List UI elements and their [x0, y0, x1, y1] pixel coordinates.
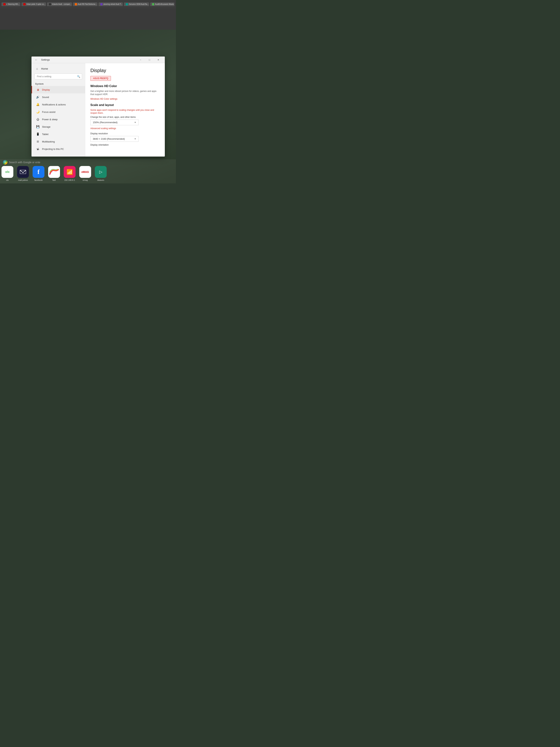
sidebar-home[interactable]: ⌂ Home — [31, 66, 85, 72]
browser-tab-tab-6[interactable]: Genuine OEM Audi fla... — [124, 2, 149, 6]
taskbar-app-fast[interactable]: fast — [48, 166, 60, 181]
tab-favicon — [3, 3, 5, 5]
browser-tab-tab-4[interactable]: Audi R8 Flat Bottome... — [73, 2, 98, 6]
app-label-emag: emag — [83, 179, 88, 181]
power-icon: ⏻ — [36, 117, 40, 121]
project-icon: 📽 — [36, 147, 40, 151]
scale-dropdown[interactable]: 150% (Recommended) ▼ — [90, 120, 138, 125]
sidebar-item-storage[interactable]: 💾Storage — [31, 123, 85, 130]
sidebar-item-notifications[interactable]: 🔔Notifications & actions — [31, 101, 85, 108]
hdr-settings-link[interactable]: Windows HD Color settings — [90, 98, 117, 100]
settings-body: ⌂ Home 🔍 System 🖥Display🔊Sound🔔Notificat… — [31, 63, 165, 157]
tab-label: steering wheel Audi T... — [103, 3, 123, 5]
taskbar-app-emag[interactable]: eMAGemag — [79, 166, 91, 181]
browser-tab-tab-2[interactable]: Volan piele 3 spite co... — [22, 2, 46, 6]
tab-favicon — [75, 3, 77, 5]
minimize-button[interactable]: − — [136, 57, 145, 62]
taskbar-search-text: Search with Google or ente — [9, 161, 41, 164]
app-icon-192-168: 📶 — [64, 166, 76, 178]
tab-label: AudiEnthusiasts Maste — [155, 3, 174, 5]
sidebar-item-multitasking[interactable]: ⊞Multitasking — [31, 138, 85, 145]
app-icon-dwaves: ▷ — [95, 166, 107, 178]
taskbar-app-192-168[interactable]: 📶192.168.8.1 — [64, 166, 76, 181]
app-icon-mail-yahoo — [17, 166, 29, 178]
browser-tab-tab-1[interactable]: c Steering Wh... — [1, 2, 20, 6]
sidebar-item-label-tablet: Tablet — [42, 133, 49, 136]
taskbar: G Search with Google or ente olxolxmail.… — [0, 159, 176, 183]
sidebar-item-label-projecting: Projecting to this PC — [42, 148, 64, 150]
taskbar-app-dwaves[interactable]: ▷dwaves — [95, 166, 107, 181]
tab-label: Audi R8 Flat Bottome... — [78, 3, 97, 5]
resolution-dropdown[interactable]: 3840 × 2160 (Recommended) ▼ — [90, 136, 138, 142]
browser-tab-tab-7[interactable]: AudiEnthusiasts Maste — [150, 2, 175, 6]
close-button[interactable]: ✕ — [154, 57, 163, 62]
tab-label: Volants Audi - compat... — [52, 3, 71, 5]
app-icon-emag: eMAG — [79, 166, 91, 178]
back-button[interactable]: ← — [34, 58, 39, 62]
taskbar-app-olx[interactable]: olxolx — [1, 166, 14, 181]
app-label-facebook: facebook — [34, 179, 43, 181]
browser-tab-bar: c Steering Wh...Volan piele 3 spite co..… — [0, 0, 176, 8]
sidebar-item-label-sound: Sound — [42, 96, 49, 99]
home-label: Home — [41, 67, 48, 70]
tablet-icon: 📱 — [36, 132, 40, 136]
sidebar-items: 🖥Display🔊Sound🔔Notifications & actions🌙F… — [31, 86, 85, 153]
app-label-fast: fast — [52, 179, 56, 181]
sidebar-item-label-focus: Focus assist — [42, 111, 55, 113]
desktop: ← Settings − □ ✕ ⌂ Home 🔍 — [0, 30, 176, 183]
scale-section-heading: Scale and layout — [90, 103, 160, 107]
tab-label: Genuine OEM Audi fla... — [129, 3, 149, 5]
google-logo: G — [3, 160, 7, 164]
sidebar-item-sound[interactable]: 🔊Sound — [31, 93, 85, 101]
tab-favicon — [126, 3, 128, 5]
hdr-description: Get a brighter and more vibrant picture … — [90, 90, 160, 96]
maximize-button[interactable]: □ — [145, 57, 154, 62]
app-label-192-168: 192.168.8.1 — [64, 179, 75, 181]
tab-label: Volan piele 3 spite co... — [26, 3, 45, 5]
tab-label: c Steering Wh... — [6, 3, 20, 5]
browser-tab-tab-3[interactable]: Volants Audi - compat... — [47, 2, 72, 6]
monitor-badge[interactable]: ASUS PB287Q — [90, 76, 111, 81]
resolution-label: Display resolution — [90, 132, 160, 135]
settings-window: ← Settings − □ ✕ ⌂ Home 🔍 — [31, 56, 165, 157]
taskbar-app-facebook[interactable]: ffacebook — [33, 166, 45, 181]
hdr-section-heading: Windows HD Color — [90, 84, 160, 88]
search-input[interactable] — [34, 74, 82, 79]
scale-dropdown-arrow: ▼ — [134, 121, 136, 123]
sidebar-item-focus[interactable]: 🌙Focus assist — [31, 108, 85, 115]
scale-warning: Some apps won't respond to scaling chang… — [90, 108, 160, 115]
app-icon-facebook: f — [33, 166, 45, 178]
orientation-label: Display orientation — [90, 144, 160, 146]
window-title: Settings — [41, 58, 50, 61]
sidebar-item-power[interactable]: ⏻Power & sleep — [31, 115, 85, 123]
title-bar-left: ← Settings — [34, 58, 50, 62]
home-icon: ⌂ — [35, 67, 39, 71]
title-bar-controls: − □ ✕ — [136, 57, 163, 62]
monitor-icon: 🖥 — [36, 87, 40, 92]
app-label-mail-yahoo: mail.yahoo — [18, 179, 28, 181]
browser-tab-tab-5[interactable]: steering wheel Audi T... — [99, 2, 123, 6]
browser-chrome: c Steering Wh...Volan piele 3 spite co..… — [0, 0, 176, 30]
sidebar-item-tablet[interactable]: 📱Tablet — [31, 130, 85, 138]
multitask-icon: ⊞ — [36, 139, 40, 144]
tab-favicon — [152, 3, 154, 5]
moon-icon: 🌙 — [36, 110, 40, 114]
advanced-scaling-link[interactable]: Advanced scaling settings — [90, 127, 160, 130]
tab-favicon — [23, 3, 26, 5]
taskbar-app-mail-yahoo[interactable]: mail.yahoo — [17, 166, 29, 181]
sidebar-item-label-storage: Storage — [42, 125, 51, 128]
app-icon-fast — [48, 166, 60, 178]
sidebar-item-label-notifications: Notifications & actions — [42, 103, 66, 106]
section-label: System — [31, 81, 85, 86]
page-title: Display — [90, 68, 160, 73]
volume-icon: 🔊 — [36, 95, 40, 99]
resolution-dropdown-arrow: ▼ — [134, 138, 136, 140]
sidebar-item-projecting[interactable]: 📽Projecting to this PC — [31, 145, 85, 153]
taskbar-app-icons: olxolxmail.yahooffacebookfast📶192.168.8.… — [0, 166, 176, 183]
title-bar: ← Settings − □ ✕ — [31, 56, 165, 63]
sidebar-item-display[interactable]: 🖥Display — [31, 86, 85, 93]
tab-favicon — [49, 3, 51, 5]
app-label-olx: olx — [6, 179, 9, 181]
taskbar-search[interactable]: G Search with Google or ente — [0, 160, 176, 164]
scale-label: Change the size of text, apps, and other… — [90, 116, 160, 119]
